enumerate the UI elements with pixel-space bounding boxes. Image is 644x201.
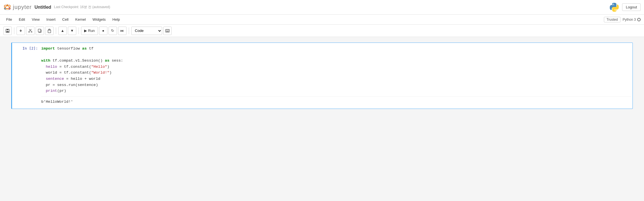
toolbar-sep-3 bbox=[79, 27, 79, 34]
cell-type-select[interactable]: Code Markdown Raw NBConvert bbox=[131, 27, 162, 35]
menu-widgets[interactable]: Widgets bbox=[90, 16, 109, 23]
svg-rect-25 bbox=[167, 31, 168, 32]
save-icon bbox=[5, 29, 10, 33]
menu-edit[interactable]: Edit bbox=[16, 16, 28, 23]
cut-icon bbox=[28, 29, 33, 33]
kw-as: as bbox=[82, 46, 87, 51]
svg-rect-19 bbox=[49, 29, 50, 29]
toolbar: + ▲ ▼ ▶ Run ■ bbox=[0, 25, 644, 37]
save-button[interactable] bbox=[3, 27, 12, 35]
code-eq1: = tf.constant( bbox=[57, 65, 91, 69]
stop-button[interactable]: ■ bbox=[99, 27, 107, 35]
python-logo-icon bbox=[609, 2, 619, 12]
code-cell[interactable]: In [2]: import tensorflow as tf with tf.… bbox=[11, 43, 633, 109]
menu-insert[interactable]: Insert bbox=[43, 16, 58, 23]
run-icon: ▶ bbox=[84, 29, 87, 33]
move-up-button[interactable]: ▲ bbox=[58, 27, 67, 35]
fastforward-button[interactable]: ⏭ bbox=[118, 27, 127, 35]
svg-rect-9 bbox=[7, 29, 8, 30]
kw-import: import bbox=[41, 46, 55, 51]
add-cell-button[interactable]: + bbox=[17, 27, 25, 35]
menubar-right: Trusted Python 3 bbox=[604, 17, 641, 22]
kw-with: with bbox=[41, 59, 50, 63]
code-var-sentence: sentence bbox=[46, 77, 64, 81]
stop-icon: ■ bbox=[102, 29, 104, 32]
cell-content: import tensorflow as tf with tf.compat.v… bbox=[40, 43, 633, 109]
svg-rect-23 bbox=[168, 30, 169, 31]
header: jupyter Untitled Last Checkpoint: 16분 전 … bbox=[0, 0, 644, 15]
code-var-hello: hello bbox=[46, 65, 57, 69]
svg-point-4 bbox=[9, 8, 10, 9]
svg-rect-10 bbox=[6, 31, 9, 32]
svg-point-14 bbox=[31, 31, 32, 32]
code-block[interactable]: import tensorflow as tf with tf.compat.v… bbox=[41, 46, 631, 94]
code-str-world: "World!" bbox=[91, 71, 109, 75]
code-print-rest: (pr) bbox=[57, 89, 66, 93]
output-block: b'HelloWorld!' bbox=[41, 96, 631, 106]
menu-view[interactable]: View bbox=[29, 16, 42, 23]
code-var-world: world = tf.constant( bbox=[46, 71, 91, 75]
notebook-title[interactable]: Untitled bbox=[34, 5, 51, 10]
kw-as2: as bbox=[105, 59, 109, 63]
logout-button[interactable]: Logout bbox=[622, 3, 641, 11]
svg-point-5 bbox=[4, 8, 6, 9]
toolbar-sep-1 bbox=[14, 27, 14, 34]
kernel-info: Python 3 bbox=[623, 18, 641, 22]
menu-help[interactable]: Help bbox=[110, 16, 123, 23]
svg-point-13 bbox=[29, 31, 30, 32]
menu-cell[interactable]: Cell bbox=[59, 16, 71, 23]
arrow-up-icon: ▲ bbox=[61, 29, 65, 33]
kernel-info-text: Python 3 bbox=[623, 18, 636, 22]
checkpoint-text: Last Checkpoint: 16분 전 (autosaved) bbox=[54, 5, 110, 10]
svg-point-7 bbox=[615, 10, 616, 11]
code-tf: tf bbox=[87, 46, 93, 51]
code-with-session: tf.compat.v1.Session() bbox=[50, 59, 105, 63]
svg-rect-21 bbox=[166, 30, 167, 31]
run-button[interactable]: ▶ Run bbox=[81, 27, 98, 35]
cell-prompt: In [2]: bbox=[12, 43, 40, 109]
copy-button[interactable] bbox=[36, 27, 44, 35]
svg-rect-20 bbox=[165, 29, 169, 32]
svg-point-3 bbox=[7, 4, 8, 6]
keyboard-button[interactable] bbox=[163, 27, 172, 35]
copy-icon bbox=[38, 29, 42, 33]
cut-button[interactable] bbox=[26, 27, 34, 35]
header-right: Logout bbox=[609, 2, 641, 12]
restart-icon: ↻ bbox=[111, 29, 114, 33]
svg-rect-22 bbox=[167, 30, 168, 31]
header-left: jupyter Untitled Last Checkpoint: 16분 전 … bbox=[3, 3, 110, 11]
output-text: b'HelloWorld!' bbox=[41, 100, 73, 104]
run-label: Run bbox=[88, 29, 95, 33]
trusted-badge: Trusted bbox=[604, 17, 620, 22]
jupyter-text: jupyter bbox=[13, 4, 32, 10]
code-str-hello: "Hello" bbox=[91, 65, 107, 69]
notebook-area: In [2]: import tensorflow as tf with tf.… bbox=[0, 37, 644, 201]
menu-file[interactable]: File bbox=[3, 16, 15, 23]
svg-rect-26 bbox=[168, 31, 169, 32]
paste-icon bbox=[47, 29, 52, 33]
svg-point-6 bbox=[613, 4, 614, 4]
toolbar-sep-2 bbox=[56, 27, 56, 34]
svg-rect-16 bbox=[38, 29, 41, 32]
plus-icon: + bbox=[19, 28, 22, 33]
menubar: File Edit View Insert Cell Kernel Widget… bbox=[0, 15, 644, 25]
move-down-button[interactable]: ▼ bbox=[68, 27, 76, 35]
kernel-status-circle bbox=[637, 18, 641, 21]
keyboard-icon bbox=[165, 29, 170, 32]
svg-rect-24 bbox=[166, 31, 167, 32]
arrow-down-icon: ▼ bbox=[70, 29, 74, 33]
jupyter-logo: jupyter bbox=[3, 3, 32, 11]
restart-button[interactable]: ↻ bbox=[109, 27, 117, 35]
code-print: print bbox=[46, 89, 57, 93]
code-import-rest: tensorflow bbox=[55, 46, 82, 51]
paste-button[interactable] bbox=[45, 27, 54, 35]
fastforward-icon: ⏭ bbox=[120, 29, 124, 33]
menu-kernel[interactable]: Kernel bbox=[72, 16, 89, 23]
menubar-left: File Edit View Insert Cell Kernel Widget… bbox=[3, 16, 123, 23]
jupyter-logo-icon bbox=[3, 3, 11, 11]
toolbar-sep-4 bbox=[129, 27, 129, 34]
